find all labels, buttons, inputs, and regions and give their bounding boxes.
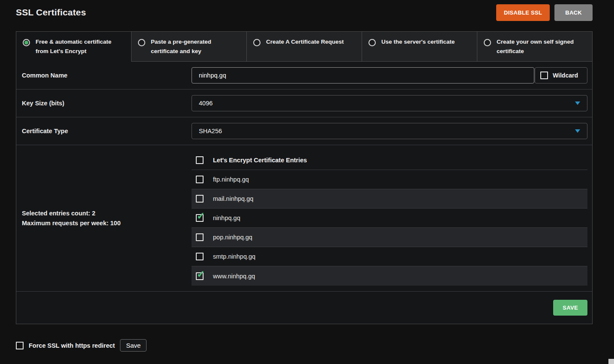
force-ssl-checkbox[interactable] bbox=[16, 342, 24, 349]
scrollbar-corner[interactable] bbox=[608, 359, 614, 364]
entries-summary: Selected entries count: 2 Maximum reques… bbox=[22, 209, 192, 228]
tab-label: Free & automatic certificate from Let's … bbox=[36, 37, 125, 56]
force-ssl-label: Force SSL with https redirect bbox=[29, 342, 115, 349]
page-title: SSL Certificates bbox=[16, 4, 86, 18]
entry-row: mail.ninhpq.gq bbox=[192, 189, 587, 209]
disable-ssl-button[interactable]: DISABLE SSL bbox=[496, 4, 550, 21]
tab-1[interactable]: Free & automatic certificate from Let's … bbox=[16, 32, 131, 62]
entry-checkbox-unchecked[interactable] bbox=[196, 195, 204, 203]
tab-3[interactable]: Create A Certificate Request bbox=[246, 32, 362, 62]
entry-checkbox-unchecked[interactable] bbox=[196, 233, 204, 241]
certificate-type-control: SHA256 bbox=[192, 123, 587, 139]
entry-domain: ftp.ninhpq.gq bbox=[213, 176, 249, 183]
footer-save-button[interactable]: Save bbox=[120, 339, 147, 352]
entries-list: Let's Encrypt Certificate Entries ftp.ni… bbox=[192, 151, 587, 286]
entry-domain: ninhpq.gq bbox=[213, 215, 240, 221]
entry-row: pop.ninhpq.gq bbox=[192, 228, 587, 247]
radio-icon bbox=[484, 39, 491, 46]
common-name-input[interactable] bbox=[192, 67, 534, 84]
entries-header-row: Let's Encrypt Certificate Entries bbox=[192, 151, 587, 170]
entry-checkbox-checked[interactable] bbox=[196, 214, 204, 222]
tab-4[interactable]: Use the server's certificate bbox=[362, 32, 477, 62]
certificate-type-select[interactable]: SHA256 bbox=[192, 123, 587, 139]
wildcard-checkbox[interactable] bbox=[540, 72, 548, 79]
max-requests-per-week: Maximum requests per week: 100 bbox=[22, 218, 192, 228]
radio-icon bbox=[253, 39, 261, 46]
save-button[interactable]: SAVE bbox=[553, 300, 587, 316]
tab-label: Create your own self signed certificate bbox=[497, 37, 586, 56]
entries-header-label: Let's Encrypt Certificate Entries bbox=[213, 157, 307, 164]
certificate-type-label: Certificate Type bbox=[22, 128, 192, 134]
chevron-down-icon bbox=[575, 101, 580, 105]
certificate-type-row: Certificate Type SHA256 bbox=[16, 117, 592, 145]
tab-label: Use the server's certificate bbox=[381, 37, 455, 47]
entry-row: www.ninhpq.gq bbox=[192, 266, 587, 286]
radio-icon bbox=[138, 39, 145, 46]
entry-row: ftp.ninhpq.gq bbox=[192, 170, 587, 189]
entry-checkbox-unchecked[interactable] bbox=[196, 176, 204, 183]
key-size-value: 4096 bbox=[199, 100, 213, 107]
ssl-panel: Free & automatic certificate from Let's … bbox=[16, 31, 593, 324]
key-size-select[interactable]: 4096 bbox=[192, 95, 587, 111]
common-name-row: Common Name Wildcard bbox=[16, 62, 592, 90]
header-buttons: DISABLE SSL BACK bbox=[496, 4, 593, 21]
entry-domain: smtp.ninhpq.gq bbox=[213, 253, 255, 260]
save-row: SAVE bbox=[16, 292, 592, 324]
certificate-type-value: SHA256 bbox=[199, 128, 222, 134]
selected-entries-count: Selected entries count: 2 bbox=[22, 209, 192, 218]
key-size-control: 4096 bbox=[192, 95, 587, 111]
radio-selected-icon bbox=[23, 39, 30, 46]
key-size-row: Key Size (bits) 4096 bbox=[16, 90, 592, 117]
back-button[interactable]: BACK bbox=[554, 4, 593, 21]
wildcard-label: Wildcard bbox=[553, 72, 578, 79]
entries-section: Selected entries count: 2 Maximum reques… bbox=[16, 145, 592, 292]
entry-domain: pop.ninhpq.gq bbox=[213, 234, 252, 241]
radio-icon bbox=[368, 39, 376, 46]
tab-strip: Free & automatic certificate from Let's … bbox=[16, 32, 592, 62]
force-ssl-footer: Force SSL with https redirect Save bbox=[16, 339, 614, 352]
entry-checkbox-unchecked[interactable] bbox=[196, 253, 204, 260]
common-name-label: Common Name bbox=[22, 72, 192, 79]
page-header: SSL Certificates DISABLE SSL BACK bbox=[0, 0, 614, 31]
entry-checkbox-checked[interactable] bbox=[196, 272, 204, 280]
entry-row: smtp.ninhpq.gq bbox=[192, 247, 587, 266]
entry-domain: www.ninhpq.gq bbox=[213, 273, 255, 280]
common-name-control: Wildcard bbox=[192, 67, 587, 84]
tab-label: Paste a pre-generated certificate and ke… bbox=[151, 37, 240, 56]
entry-row: ninhpq.gq bbox=[192, 209, 587, 228]
tab-2[interactable]: Paste a pre-generated certificate and ke… bbox=[131, 32, 246, 62]
wildcard-box: Wildcard bbox=[535, 67, 587, 84]
chevron-down-icon bbox=[575, 129, 580, 133]
select-all-checkbox[interactable] bbox=[196, 156, 204, 164]
key-size-label: Key Size (bits) bbox=[22, 100, 192, 107]
tab-label: Create A Certificate Request bbox=[266, 37, 344, 47]
tab-5[interactable]: Create your own self signed certificate bbox=[477, 32, 592, 62]
entry-domain: mail.ninhpq.gq bbox=[213, 195, 253, 202]
